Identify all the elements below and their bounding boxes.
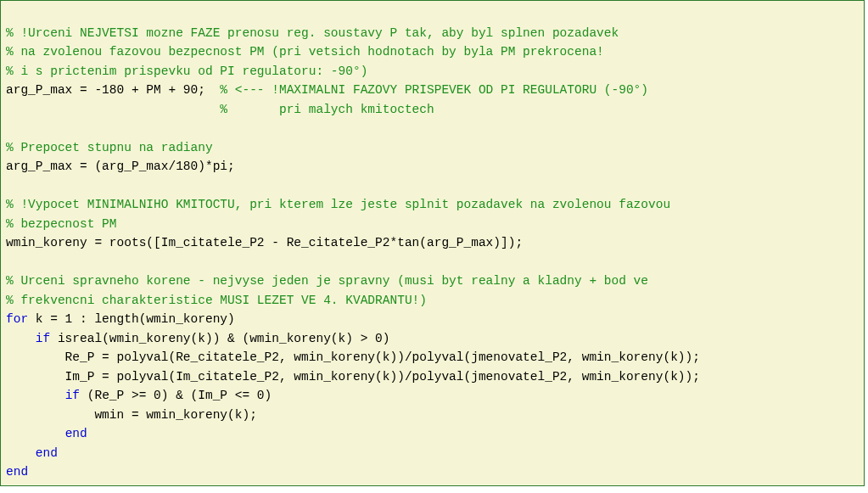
blank-line — [6, 179, 14, 193]
indent — [6, 427, 65, 440]
keyword-end: end — [65, 427, 87, 440]
comment-line: % Prepocet stupnu na radiany — [6, 141, 213, 154]
comment-line: % na zvolenou fazovou bezpecnost PM (pri… — [6, 45, 604, 59]
keyword-end: end — [6, 465, 28, 479]
keyword-if: if — [65, 389, 80, 402]
code-line: arg_P_max = (arg_P_max/180)*pi; — [6, 160, 235, 173]
code-fragment: k = 1 : length(wmin_koreny) — [28, 312, 235, 326]
comment-line: % i s prictenim prispevku od PI regulato… — [6, 64, 367, 78]
code-line: Im_P = polyval(Im_citatele_P2, wmin_kore… — [6, 370, 700, 384]
keyword-for: for — [6, 312, 28, 326]
code-line: Re_P = polyval(Re_citatele_P2, wmin_kore… — [6, 350, 700, 364]
indent — [6, 446, 36, 460]
matlab-code-block: % !Urceni NEJVETSI mozne FAZE prenosu re… — [0, 0, 865, 486]
code-fragment: isreal(wmin_koreny(k)) & (wmin_koreny(k)… — [50, 332, 389, 345]
keyword-end: end — [36, 446, 58, 460]
indent — [6, 332, 36, 345]
keyword-if: if — [36, 332, 50, 345]
blank-line — [6, 121, 14, 135]
comment-line: % bezpecnost PM — [6, 217, 117, 231]
code-line: arg_P_max = -180 + PM + 90; — [6, 83, 220, 97]
comment-line: % frekvencni charakteristice MUSI LEZET … — [6, 294, 427, 307]
blank-line — [6, 255, 14, 269]
code-line: wmin_koreny = roots([Im_citatele_P2 - Re… — [6, 236, 523, 249]
comment-line: % pri malych kmitoctech — [6, 103, 434, 116]
code-fragment: (Re_P >= 0) & (Im_P <= 0) — [80, 389, 272, 402]
comment-inline: % <--- !MAXIMALNI FAZOVY PRISPEVEK OD PI… — [220, 83, 648, 97]
comment-line: % !Urceni NEJVETSI mozne FAZE prenosu re… — [6, 26, 619, 40]
indent — [6, 389, 65, 402]
comment-line: % !Vypocet MINIMALNIHO KMITOCTU, pri kte… — [6, 198, 670, 211]
comment-line: % Urceni spravneho korene - nejvyse jede… — [6, 274, 648, 288]
code-line: wmin = wmin_koreny(k); — [6, 408, 257, 422]
